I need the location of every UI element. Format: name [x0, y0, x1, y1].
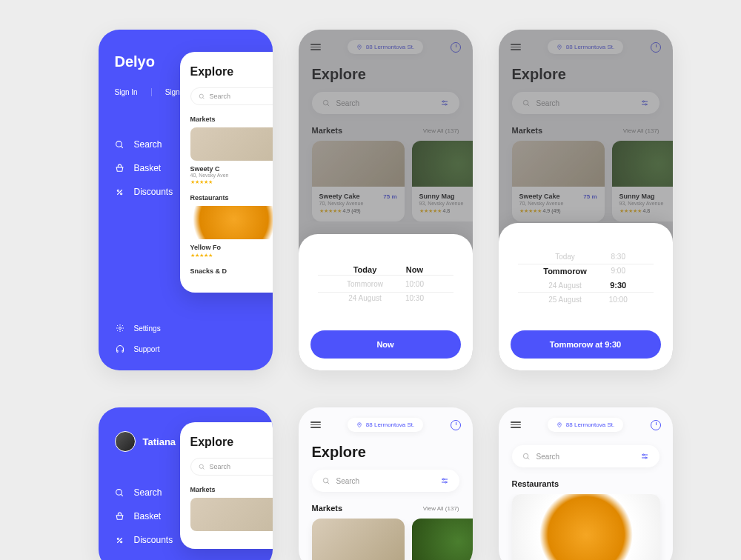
picker-day-option[interactable]: Tommorow: [543, 267, 586, 276]
time-picker[interactable]: Today Tommorow 24 August Now 10:00 10:30: [310, 250, 461, 317]
menu-icon[interactable]: [310, 44, 321, 50]
location-pill[interactable]: 88 Lermontova St.: [348, 40, 423, 54]
svg-line-1: [121, 146, 123, 148]
search-icon: [115, 139, 125, 150]
market-image: [412, 141, 473, 187]
market-thumb: [190, 498, 273, 531]
picker-time-option[interactable]: 10:30: [405, 294, 424, 302]
picker-day-option[interactable]: Today: [347, 265, 383, 274]
signin-link[interactable]: Sign In: [115, 88, 138, 96]
search-icon: [522, 99, 531, 107]
screen-explore: 88 Lermontova St. Explore Search Markets…: [299, 407, 473, 560]
clock-icon[interactable]: [451, 420, 461, 430]
picker-day-option[interactable]: 25 August: [543, 296, 586, 304]
svg-point-25: [117, 538, 119, 539]
view-all-link[interactable]: View All (137): [423, 505, 459, 512]
svg-point-14: [445, 104, 446, 105]
nav-settings[interactable]: Settings: [115, 323, 256, 333]
menu-icon[interactable]: [310, 421, 321, 428]
location-pill[interactable]: 88 Lermontova St.: [548, 418, 623, 432]
rating-stars: ★★★★★4.8: [419, 208, 473, 214]
svg-line-17: [527, 104, 528, 105]
filter-icon[interactable]: [440, 99, 449, 107]
pin-icon: [356, 422, 362, 428]
page-title: Explore: [499, 64, 673, 92]
market-thumb: [190, 127, 273, 161]
peek-content-card: Explore Search Markets: [180, 422, 273, 549]
restaurant-thumb: [190, 206, 273, 239]
picker-time-option[interactable]: 10:00: [405, 280, 424, 288]
restaurant-image: [512, 494, 660, 560]
clock-icon[interactable]: [451, 42, 461, 53]
nav-support[interactable]: Support: [115, 344, 256, 354]
filter-icon[interactable]: [640, 452, 649, 461]
screen-restaurants: 88 Lermontova St. Search Restaurants Yel…: [499, 407, 673, 560]
restaurant-card[interactable]: Yellow Food25 m 57, Nevsky Avenue: [512, 494, 660, 560]
svg-point-4: [121, 193, 122, 194]
market-card[interactable]: Sweety Cake75 m 70, Nevsky Avenue ★★★★★4…: [512, 141, 605, 221]
pin-icon: [556, 44, 562, 50]
clock-icon[interactable]: [651, 42, 661, 53]
market-card[interactable]: Sunny Mag 93, Nevsky Avenue ★★★★★4.8: [412, 141, 473, 221]
section-restaurants: Restaurants: [512, 479, 559, 488]
rating-stars: ★★★★★4.9 (49): [519, 208, 597, 214]
svg-point-3: [117, 190, 119, 191]
market-card[interactable]: Sunny Mag: [412, 519, 473, 560]
picker-time-option[interactable]: 8:30: [609, 253, 628, 261]
picker-time-option[interactable]: 10:00: [609, 296, 628, 304]
filter-icon[interactable]: [440, 476, 449, 485]
picker-day-option[interactable]: Today: [543, 253, 586, 261]
gear-icon: [115, 323, 125, 333]
svg-point-9: [323, 100, 328, 104]
avatar: [115, 431, 136, 452]
location-pill[interactable]: 88 Lermontova St.: [548, 40, 623, 54]
svg-point-21: [645, 104, 646, 105]
clock-icon[interactable]: [651, 420, 661, 430]
search-input[interactable]: Search: [312, 470, 459, 492]
svg-point-22: [116, 489, 122, 495]
market-card[interactable]: Sweety Cake75 m: [312, 519, 405, 560]
screen-explore-picker-now: 88 Lermontova St. Explore Search Markets…: [299, 30, 473, 370]
picker-time-option[interactable]: 9:00: [609, 267, 628, 275]
peek-search[interactable]: Search: [190, 458, 273, 476]
svg-line-10: [327, 104, 328, 105]
basket-icon: [115, 163, 125, 173]
peek-search[interactable]: Search: [190, 87, 273, 105]
svg-point-20: [642, 101, 644, 102]
rating-stars: ★★★★★4.8: [619, 208, 673, 214]
svg-point-5: [119, 327, 121, 330]
search-icon: [522, 453, 531, 461]
svg-point-36: [559, 424, 559, 424]
location-pill[interactable]: 88 Lermontova St.: [348, 418, 423, 432]
menu-icon[interactable]: [511, 421, 521, 428]
market-card[interactable]: Sweety Cake75 m 70, Nevsky Avenue ★★★★★4…: [312, 141, 405, 221]
page-title: Explore: [299, 64, 473, 92]
view-all-link[interactable]: View All (137): [623, 127, 659, 134]
time-picker-sheet: Today Tommorow 24 August Now 10:00 10:30…: [299, 234, 473, 370]
search-icon: [322, 477, 330, 485]
search-input[interactable]: Search: [312, 92, 459, 114]
search-input[interactable]: Search: [512, 92, 659, 114]
page-title: Explore: [299, 442, 473, 470]
picker-day-option[interactable]: 24 August: [347, 294, 383, 302]
svg-point-30: [323, 478, 328, 482]
svg-point-41: [642, 454, 644, 456]
view-all-link[interactable]: View All (137): [423, 127, 459, 134]
picker-day-option[interactable]: 24 August: [543, 281, 586, 290]
menu-icon[interactable]: [511, 44, 521, 50]
search-input[interactable]: Search: [512, 445, 659, 467]
svg-point-37: [523, 453, 528, 458]
market-card[interactable]: Sunny Mag 93, Nevsky Avenue ★★★★★4.8: [612, 141, 673, 221]
rating-stars: ★★★★★: [190, 253, 273, 259]
picker-time-option[interactable]: 9:30: [609, 281, 628, 290]
confirm-time-button[interactable]: Now: [310, 330, 461, 359]
svg-line-7: [202, 97, 204, 99]
search-icon: [115, 487, 125, 498]
filter-icon[interactable]: [640, 99, 649, 107]
time-picker[interactable]: Today Tommorow 24 August 25 August 8:30 …: [511, 239, 661, 317]
picker-time-option[interactable]: Now: [405, 265, 424, 274]
confirm-time-button[interactable]: Tommorow at 9:30: [511, 330, 661, 359]
picker-day-option[interactable]: Tommorow: [347, 280, 383, 288]
search-icon: [322, 99, 330, 107]
svg-line-28: [202, 467, 204, 469]
